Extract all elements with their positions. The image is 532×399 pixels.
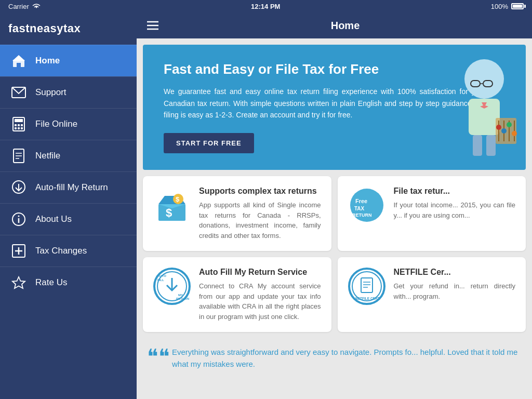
svg-rect-7 — [18, 124, 20, 126]
svg-marker-24 — [12, 277, 25, 288]
svg-rect-8 — [21, 124, 23, 126]
sidebar-item-support[interactable]: Support — [0, 76, 137, 108]
svg-rect-9 — [15, 127, 17, 129]
calculator-icon — [10, 116, 27, 132]
sidebar: fastneasytax Home Support — [0, 12, 137, 399]
svg-marker-1 — [12, 55, 25, 61]
sidebar-label-tax-changes: Tax Changes — [35, 246, 87, 256]
svg-text:AUTO: AUTO — [157, 274, 166, 277]
hero-title: Fast and Easy or File Tax for Free — [164, 61, 486, 77]
autofill-badge-icon: AUTO FILL MY RETURN — [153, 268, 191, 305]
svg-point-44 — [512, 131, 517, 136]
quote-mark: ❝❝ — [147, 347, 170, 367]
svg-point-42 — [501, 128, 507, 134]
svg-rect-62 — [361, 278, 373, 292]
svg-text:MY: MY — [178, 294, 183, 297]
info-icon — [10, 211, 27, 228]
svg-text:TAX: TAX — [354, 206, 365, 211]
card-desc-complex: App supports all kind of Single income t… — [199, 200, 321, 241]
svg-text:$: $ — [166, 206, 172, 219]
sidebar-label-rate-us: Rate Us — [35, 277, 67, 288]
card-text-free: File tax retur... If your total income..… — [394, 187, 516, 220]
free-badge-icon: Free TAX RETURN — [348, 187, 385, 224]
cards-grid: $ $ Supports complex tax returns App sup… — [137, 176, 532, 338]
svg-rect-6 — [15, 124, 17, 126]
main-content: Fast and Easy or File Tax for Free We gu… — [137, 38, 532, 399]
top-nav: Home — [137, 12, 532, 38]
sidebar-item-file-online[interactable]: File Online — [0, 108, 137, 140]
sidebar-item-about-us[interactable]: About Us — [0, 203, 137, 235]
mail-icon — [10, 84, 27, 101]
svg-rect-11 — [21, 127, 23, 129]
netfile-badge-icon: NETFILE CERT. — [348, 268, 385, 305]
svg-point-43 — [507, 122, 512, 127]
card-desc-netfile: Get your refund in... return directly wi… — [394, 281, 516, 301]
svg-text:Free: Free — [355, 198, 367, 204]
card-title-complex: Supports complex tax returns — [199, 187, 321, 196]
sidebar-item-rate-us[interactable]: Rate Us — [0, 267, 137, 298]
sidebar-label-home: Home — [35, 56, 60, 66]
testimonial-section: ❝❝ Everything was straightforward and ve… — [137, 338, 532, 378]
child-illustration — [448, 50, 521, 165]
plus-icon — [10, 243, 27, 259]
hero-banner: Fast and Easy or File Tax for Free We gu… — [143, 45, 526, 170]
card-desc-autofill: Connect to CRA My account service from o… — [199, 281, 321, 322]
battery-percent: 100% — [491, 3, 508, 10]
hero-description: We guarantee fast and easy online tax re… — [164, 86, 486, 121]
svg-text:$: $ — [176, 195, 180, 203]
sidebar-label-support: Support — [35, 87, 66, 98]
home-icon — [10, 52, 27, 69]
svg-text:RETURN: RETURN — [352, 212, 372, 218]
svg-point-28 — [464, 59, 504, 99]
svg-text:FILL: FILL — [157, 278, 164, 282]
hero-text: Fast and Easy or File Tax for Free We gu… — [164, 61, 486, 153]
svg-text:NETFILE CERT.: NETFILE CERT. — [355, 297, 380, 300]
card-text-autofill: Auto Fill My Return Service Connect to C… — [199, 268, 321, 322]
download-icon — [10, 179, 27, 196]
dollar-box-icon: $ $ — [153, 187, 191, 224]
sidebar-label-autofill: Auto-fill My Return — [35, 182, 108, 193]
card-free-tax: Free TAX RETURN File tax retur... If you… — [338, 176, 526, 251]
card-title-netfile: NETFILE Cer... — [394, 268, 516, 277]
battery-icon — [511, 3, 524, 9]
page-title: Home — [169, 20, 522, 32]
card-autofill: AUTO FILL MY RETURN Auto Fill My Return … — [143, 257, 331, 332]
svg-point-41 — [496, 125, 501, 130]
card-desc-free: If your total income... 2015, you can fi… — [394, 200, 516, 220]
svg-text:RETURN: RETURN — [176, 297, 189, 300]
star-icon — [10, 274, 27, 291]
app-layout: fastneasytax Home Support — [0, 12, 532, 399]
card-complex-returns: $ $ Supports complex tax returns App sup… — [143, 176, 331, 251]
card-title-free: File tax retur... — [394, 187, 516, 196]
main-panel: Home Fast and Easy or File Tax for Free … — [137, 12, 532, 399]
svg-point-20 — [18, 216, 20, 217]
wifi-icon — [32, 3, 41, 9]
app-logo: fastneasytax — [0, 12, 137, 45]
svg-rect-34 — [473, 135, 482, 156]
sidebar-label-about-us: About Us — [35, 214, 72, 224]
sidebar-label-netfile: Netfile — [35, 151, 60, 161]
sidebar-item-netfile[interactable]: Netfile — [0, 140, 137, 171]
card-text-netfile: NETFILE Cer... Get your refund in... ret… — [394, 268, 516, 301]
start-free-button[interactable]: START FOR FREE — [164, 133, 254, 153]
svg-rect-5 — [15, 119, 23, 122]
document-icon — [10, 148, 27, 164]
card-title-autofill: Auto Fill My Return Service — [199, 268, 321, 277]
sidebar-item-home[interactable]: Home — [0, 45, 137, 76]
status-left: Carrier — [8, 3, 41, 10]
svg-rect-10 — [18, 127, 20, 129]
menu-icon[interactable] — [147, 21, 158, 30]
svg-rect-2 — [17, 63, 21, 67]
sidebar-label-file-online: File Online — [35, 119, 77, 129]
card-netfile: NETFILE CERT. NETFILE Cer... Get your re… — [338, 257, 526, 332]
card-text-complex: Supports complex tax returns App support… — [199, 187, 321, 241]
svg-rect-35 — [486, 135, 496, 156]
hero-image — [443, 45, 526, 170]
status-bar: Carrier 12:14 PM 100% — [0, 0, 532, 12]
status-right: 100% — [491, 3, 524, 10]
sidebar-item-tax-changes[interactable]: Tax Changes — [0, 235, 137, 267]
carrier-label: Carrier — [8, 3, 29, 10]
sidebar-item-autofill[interactable]: Auto-fill My Return — [0, 171, 137, 203]
time-display: 12:14 PM — [251, 3, 280, 10]
testimonial-text: Everything was straightforward and very … — [172, 347, 522, 370]
